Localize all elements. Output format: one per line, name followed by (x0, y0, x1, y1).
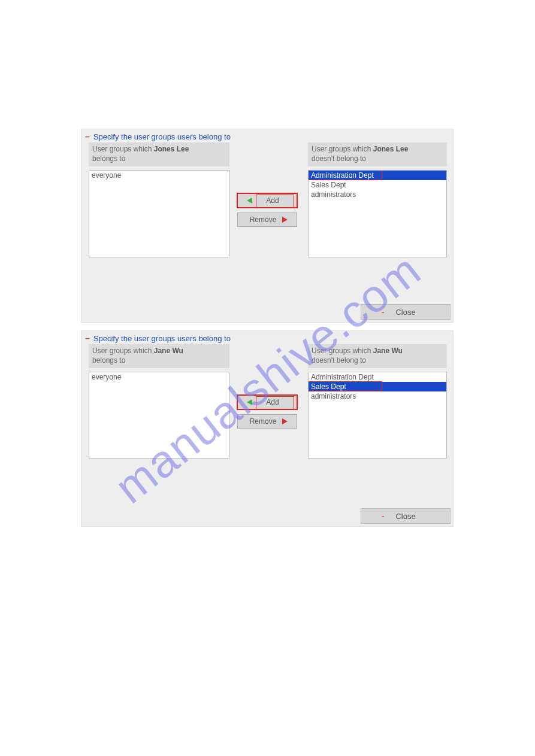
close-dash-icon: - (382, 512, 384, 521)
arrow-left-icon (246, 197, 253, 204)
not-belongs-listbox[interactable]: Administration Dept Sales Dept administr… (308, 170, 447, 257)
list-item[interactable]: administrators (309, 391, 446, 401)
list-item[interactable]: Administration Dept (309, 171, 446, 180)
add-button[interactable]: Add (237, 395, 297, 409)
collapse-marker[interactable]: – (85, 132, 90, 141)
arrow-right-icon (281, 216, 288, 223)
list-item[interactable]: everyone (89, 171, 229, 180)
section-title: Specify the user groups users belong to (93, 132, 231, 141)
list-item[interactable]: everyone (89, 372, 229, 382)
close-button[interactable]: - Close (361, 508, 451, 524)
svg-marker-1 (282, 217, 288, 223)
list-item[interactable]: Administration Dept (309, 372, 446, 382)
belongs-label: User groups which Jones Lee belongs to (89, 142, 229, 166)
remove-button[interactable]: Remove (237, 212, 297, 227)
list-item[interactable]: Sales Dept (309, 180, 446, 190)
not-belongs-label: User groups which Jane Wu doesn't belong… (308, 344, 447, 368)
list-item[interactable]: administrators (309, 190, 446, 199)
collapse-marker[interactable]: – (85, 333, 90, 343)
group-panel-jones: – Specify the user groups users belong t… (81, 129, 454, 323)
not-belongs-listbox[interactable]: Administration Dept Sales Dept administr… (308, 372, 447, 459)
section-header: – Specify the user groups users belong t… (81, 331, 453, 344)
arrow-right-icon (281, 418, 288, 425)
section-header: – Specify the user groups users belong t… (81, 129, 453, 142)
section-title: Specify the user groups users belong to (93, 334, 231, 343)
svg-marker-2 (247, 399, 252, 405)
belongs-listbox[interactable]: everyone (89, 372, 229, 459)
list-item[interactable]: Sales Dept (309, 382, 446, 391)
svg-marker-0 (247, 198, 252, 204)
remove-button[interactable]: Remove (237, 414, 297, 429)
belongs-listbox[interactable]: everyone (89, 170, 229, 257)
group-panel-jane: – Specify the user groups users belong t… (81, 330, 454, 527)
close-dash-icon: - (382, 308, 384, 317)
close-button[interactable]: - Close (361, 304, 451, 320)
not-belongs-label: User groups which Jones Lee doesn't belo… (308, 142, 447, 166)
add-button[interactable]: Add (237, 193, 297, 208)
svg-marker-3 (282, 418, 288, 424)
belongs-label: User groups which Jane Wu belongs to (89, 344, 229, 368)
arrow-left-icon (246, 399, 253, 406)
